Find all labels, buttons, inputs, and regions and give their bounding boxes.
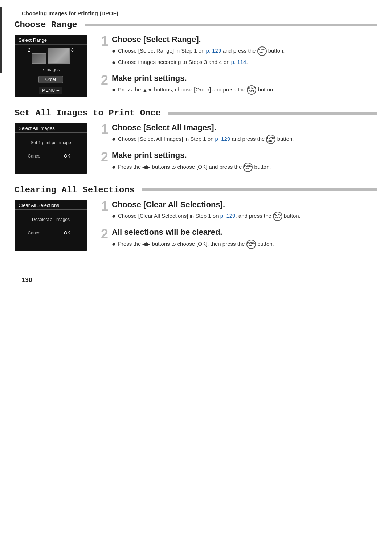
- bullet-item: ● Press the ◀▶ buttons to choose [OK] an…: [112, 163, 377, 172]
- link-p114[interactable]: p. 114: [231, 59, 246, 65]
- func-set-icon-3: FUNCSET: [266, 135, 275, 144]
- bullet-item: ● Choose [Clear All Selections] in Step …: [112, 212, 377, 221]
- step-title-2-1: Choose [Select All Images].: [112, 123, 377, 132]
- bullet-text: Press the ◀▶ buttons to choose [OK] and …: [118, 163, 271, 172]
- step-1-1: 1 Choose [Select Range]. ● Choose [Selec…: [98, 35, 377, 69]
- step-title-3-2: All selections will be cleared.: [112, 228, 377, 237]
- bullet-item: ● Choose images according to Steps 3 and…: [112, 58, 377, 67]
- step-title-1-1: Choose [Select Range].: [112, 35, 377, 44]
- section-body-2: Select All Images Set 1 print per image …: [15, 123, 377, 174]
- section-set-all-images: Set All Images to Print Once Select All …: [0, 108, 392, 174]
- step-title-2-2: Make print settings.: [112, 151, 377, 160]
- screen-choose-range: Select Range 2 8 7 images Order MENU: [15, 35, 87, 97]
- section-title-line-2: [168, 112, 377, 115]
- screen-img-large: [48, 48, 70, 64]
- dialog-body-2: Set 1 print per image Cancel OK: [15, 133, 87, 164]
- dialog-ok-3: OK: [51, 229, 83, 237]
- page-header: Choosing Images for Printing (DPOF): [0, 0, 392, 16]
- bullet-list-1-1: ● Choose [Select Range] in Step 1 on p. …: [112, 46, 377, 67]
- page-number: 130: [22, 277, 32, 283]
- dialog-cancel-3: Cancel: [19, 229, 51, 237]
- dialog-footer-2: Cancel OK: [19, 152, 83, 160]
- bullet-text: Press the ◀▶ buttons to choose [OK], the…: [118, 240, 274, 249]
- bullet-list-2-2: ● Press the ◀▶ buttons to choose [OK] an…: [112, 163, 377, 172]
- bullet-dot: ●: [112, 86, 116, 94]
- menu-text-1: MENU: [42, 88, 55, 93]
- step-number-2-1: 1: [98, 123, 108, 136]
- dialog-header-2: Select All Images: [15, 123, 87, 133]
- bullet-list-3-1: ● Choose [Clear All Selections] in Step …: [112, 212, 377, 221]
- step-number-2-2: 2: [98, 151, 108, 164]
- dialog-label-2: Set 1 print per image: [30, 140, 71, 145]
- screen-order-button: Order: [38, 76, 64, 83]
- dialog-ok-2: OK: [51, 152, 83, 160]
- screen-clear-all: Clear All Selections Deselect all images…: [15, 200, 87, 251]
- step-content-1-2: Make print settings. ● Press the ▲▼ butt…: [112, 74, 377, 97]
- bullet-text: Choose [Select All Images] in Step 1 on …: [118, 135, 294, 144]
- step-content-2-2: Make print settings. ● Press the ◀▶ butt…: [112, 151, 377, 174]
- bullet-list-1-2: ● Press the ▲▼ buttons, choose [Order] a…: [112, 85, 377, 95]
- dialog-body-3: Deselect all images Cancel OK: [15, 210, 87, 241]
- step-number-1-1: 1: [98, 35, 108, 48]
- step-content-2-1: Choose [Select All Images]. ● Choose [Se…: [112, 123, 377, 146]
- page-footer: 130: [0, 262, 392, 291]
- section-title-line-3: [142, 188, 377, 191]
- step-3-2: 2 All selections will be cleared. ● Pres…: [98, 228, 377, 251]
- bullet-item: ● Press the ◀▶ buttons to choose [OK], t…: [112, 240, 377, 249]
- func-set-icon: FUNCSET: [257, 46, 267, 56]
- bullet-text: Choose [Select Range] in Step 1 on p. 12…: [118, 46, 285, 56]
- step-number-3-2: 2: [98, 228, 108, 241]
- dialog-cancel-2: Cancel: [19, 152, 51, 160]
- step-content-1-1: Choose [Select Range]. ● Choose [Select …: [112, 35, 377, 69]
- screen-num-right: 8: [71, 48, 74, 53]
- screen-button-row-1: Order: [38, 76, 64, 83]
- dialog-header-3: Clear All Selections: [15, 200, 87, 210]
- section-choose-range: Choose Range Select Range 2 8 7 images: [0, 20, 392, 97]
- screen-menu-bar-1: MENU ↩: [39, 87, 62, 94]
- dialog-label-3: Deselect all images: [32, 217, 70, 222]
- bullet-text: Press the ▲▼ buttons, choose [Order] and…: [118, 85, 274, 95]
- link-p129-1[interactable]: p. 129: [206, 48, 221, 54]
- bullet-dot: ●: [112, 240, 116, 248]
- arrow-leftright-icon-1: ◀▶: [142, 163, 150, 171]
- bullet-text: Choose [Clear All Selections] in Step 1 …: [118, 212, 301, 221]
- bullet-list-2-1: ● Choose [Select All Images] in Step 1 o…: [112, 135, 377, 144]
- steps-content-2: 1 Choose [Select All Images]. ● Choose […: [98, 123, 377, 174]
- screen-select-all: Select All Images Set 1 print per image …: [15, 123, 87, 174]
- dialog-footer-3: Cancel OK: [19, 229, 83, 237]
- step-title-3-1: Choose [Clear All Selections].: [112, 200, 377, 209]
- steps-content-3: 1 Choose [Clear All Selections]. ● Choos…: [98, 200, 377, 251]
- func-set-icon-4: FUNCSET: [243, 163, 253, 172]
- section-title-bar-3: Clearing All Selections: [15, 185, 377, 195]
- bullet-dot: ●: [112, 47, 116, 55]
- section-title-bar-2: Set All Images to Print Once: [15, 108, 377, 118]
- step-2-2: 2 Make print settings. ● Press the ◀▶ bu…: [98, 151, 377, 174]
- bullet-dot: ●: [112, 58, 116, 67]
- screen-header-1: Select Range: [15, 35, 87, 45]
- step-number-3-1: 1: [98, 200, 108, 213]
- bullet-item: ● Press the ▲▼ buttons, choose [Order] a…: [112, 85, 377, 95]
- arrow-updown-icon: ▲▼: [142, 86, 152, 94]
- bullet-list-3-2: ● Press the ◀▶ buttons to choose [OK], t…: [112, 240, 377, 249]
- section-title-bar-1: Choose Range: [15, 20, 377, 30]
- step-content-3-2: All selections will be cleared. ● Press …: [112, 228, 377, 251]
- screen-img-small-1: [32, 53, 46, 64]
- bullet-dot: ●: [112, 135, 116, 143]
- link-p129-2[interactable]: p. 129: [215, 136, 230, 142]
- section-title-2: Set All Images to Print Once: [15, 108, 165, 118]
- step-2-1: 1 Choose [Select All Images]. ● Choose […: [98, 123, 377, 146]
- section-body-3: Clear All Selections Deselect all images…: [15, 200, 377, 251]
- step-content-3-1: Choose [Clear All Selections]. ● Choose …: [112, 200, 377, 223]
- func-set-icon-2: FUNCSET: [247, 85, 256, 95]
- step-1-2: 2 Make print settings. ● Press the ▲▼ bu…: [98, 74, 377, 97]
- menu-arrow-icon: ↩: [56, 88, 60, 93]
- arrow-leftright-icon-2: ◀▶: [142, 240, 150, 248]
- func-set-icon-6: FUNCSET: [246, 240, 256, 249]
- bullet-item: ● Choose [Select Range] in Step 1 on p. …: [112, 46, 377, 56]
- bullet-item: ● Choose [Select All Images] in Step 1 o…: [112, 135, 377, 144]
- link-p129-3[interactable]: p. 129: [220, 213, 236, 219]
- screen-label-1: 7 images: [42, 67, 60, 72]
- section-clearing-all: Clearing All Selections Clear All Select…: [0, 185, 392, 251]
- screen-body-1: 2 8 7 images Order MENU ↩: [15, 45, 87, 97]
- screen-num-left: 2: [28, 48, 30, 53]
